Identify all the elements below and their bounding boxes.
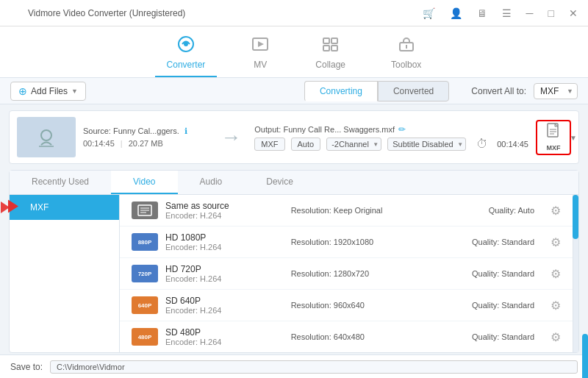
tab-toolbox-label: Toolbox bbox=[391, 60, 421, 70]
format-option-sd640[interactable]: 640P SD 640P Encoder: H.264 Resolution: … bbox=[120, 290, 573, 321]
convert-all-select[interactable]: MXF bbox=[534, 83, 578, 99]
add-files-button[interactable]: ⊕ Add Files ▼ bbox=[10, 82, 86, 101]
expand-arrow[interactable]: ▼ bbox=[574, 111, 578, 163]
minimize-button[interactable]: ─ bbox=[523, 6, 537, 21]
maximize-button[interactable]: □ bbox=[545, 6, 557, 21]
add-files-dropdown-icon[interactable]: ▼ bbox=[71, 88, 78, 95]
hd1080-badge: 880P bbox=[132, 233, 158, 251]
file-meta: 00:14:45 | 20.27 MB bbox=[83, 139, 207, 148]
tab-mv-label: MV bbox=[254, 60, 267, 70]
svg-point-10 bbox=[41, 130, 51, 140]
tab-converted[interactable]: Converted bbox=[378, 81, 449, 101]
hd720-encoder: Encoder: H.264 bbox=[165, 274, 284, 283]
format-button[interactable]: MXF bbox=[536, 120, 571, 155]
hd720-info: HD 720P Encoder: H.264 bbox=[165, 264, 284, 283]
tab-converting[interactable]: Converting bbox=[304, 81, 378, 101]
svg-point-1 bbox=[184, 42, 188, 46]
vertical-scrollbar[interactable] bbox=[582, 334, 588, 378]
toolbox-icon bbox=[397, 36, 416, 57]
file-info: Source: Funny Cal...ggers. ℹ 00:14:45 | … bbox=[83, 126, 207, 148]
sd480-res: Resolution: 640x480 bbox=[291, 332, 409, 341]
same-source-quality: Quality: Auto bbox=[416, 206, 534, 215]
screen-icon[interactable]: 🖥 bbox=[474, 6, 490, 21]
same-source-name: Same as source bbox=[165, 201, 284, 211]
same-source-gear-icon[interactable]: ⚙ bbox=[551, 204, 561, 218]
format-option-hd1080[interactable]: 880P HD 1080P Encoder: H.264 Resolution:… bbox=[120, 227, 573, 258]
format-tab-recently[interactable]: Recently Used bbox=[10, 171, 111, 194]
collage-icon bbox=[321, 36, 340, 57]
format-tabs: Recently Used Video Audio Device bbox=[10, 171, 578, 195]
hd720-badge: 720P bbox=[132, 265, 158, 282]
hd1080-quality: Quality: Standard bbox=[416, 238, 534, 246]
hd720-res: Resolution: 1280x720 bbox=[291, 269, 409, 278]
close-button[interactable]: ✕ bbox=[566, 6, 581, 21]
same-source-encoder: Encoder: H.264 bbox=[165, 211, 284, 220]
hd720-name: HD 720P bbox=[165, 264, 284, 274]
sd480-quality: Quality: Standard bbox=[416, 332, 534, 341]
file-output: Output: Funny Call Re... Swaggers.mxf ✏ … bbox=[254, 124, 528, 151]
file-row: Source: Funny Cal...ggers. ℹ 00:14:45 | … bbox=[9, 110, 579, 164]
format-option-hd720[interactable]: 720P HD 720P Encoder: H.264 Resolution: … bbox=[120, 258, 573, 290]
category-mxf[interactable]: MXF bbox=[10, 195, 119, 220]
sd640-name: SD 640P bbox=[165, 296, 284, 306]
user-icon[interactable]: 👤 bbox=[447, 6, 465, 21]
bottom-bar: Save to: C:\Vidmore\Vidmor bbox=[0, 354, 588, 378]
format-body: MXF Same as source bbox=[10, 195, 578, 352]
hd1080-info: HD 1080P Encoder: H.264 bbox=[165, 232, 284, 252]
title-bar: V Vidmore Video Converter (Unregistered)… bbox=[0, 0, 588, 26]
svg-marker-16 bbox=[8, 200, 18, 213]
format-tab-video[interactable]: Video bbox=[111, 171, 177, 194]
sub-toolbar: ⊕ Add Files ▼ Converting Converted Conve… bbox=[0, 78, 588, 104]
format-option-same-as-source[interactable]: Same as source Encoder: H.264 Resolution… bbox=[120, 195, 573, 227]
output-duration: 00:14:45 bbox=[497, 140, 528, 149]
same-source-res: Resolution: Keep Original bbox=[291, 206, 409, 215]
format-tab-device[interactable]: Device bbox=[244, 171, 315, 194]
main-content: Source: Funny Cal...ggers. ℹ 00:14:45 | … bbox=[0, 104, 588, 354]
sd480-gear-icon[interactable]: ⚙ bbox=[551, 330, 561, 344]
output-label: Output: Funny Call Re... Swaggers.mxf bbox=[254, 125, 395, 134]
duration: 00:14:45 bbox=[83, 139, 115, 148]
format-categories: MXF bbox=[10, 195, 120, 352]
format-panel: Recently Used Video Audio Device MXF bbox=[9, 170, 579, 353]
same-source-badge bbox=[132, 202, 158, 219]
subtitle-dropdown[interactable]: Subtitle Disabled bbox=[387, 138, 466, 151]
sd480-badge: 480P bbox=[132, 328, 158, 346]
category-arrow-row: MXF bbox=[10, 195, 119, 220]
title-bar-left: V Vidmore Video Converter (Unregistered) bbox=[7, 6, 185, 21]
sd480-info: SD 480P Encoder: H.264 bbox=[165, 327, 284, 346]
hd1080-res: Resolution: 1920x1080 bbox=[291, 238, 409, 246]
scroll-thumb[interactable] bbox=[573, 195, 578, 239]
sd480-encoder: Encoder: H.264 bbox=[165, 338, 284, 346]
source-label: Source: Funny Cal...ggers. bbox=[83, 126, 179, 135]
svg-rect-7 bbox=[331, 46, 337, 51]
format-tag: MXF bbox=[254, 138, 284, 151]
cart-icon[interactable]: 🛒 bbox=[420, 6, 438, 21]
channel-dropdown-wrap: -2Channel bbox=[326, 138, 381, 151]
menu-icon[interactable]: ☰ bbox=[499, 6, 514, 21]
format-tab-audio[interactable]: Audio bbox=[178, 171, 245, 194]
format-file-icon bbox=[545, 123, 562, 143]
clock-icon: ⏱ bbox=[476, 138, 488, 151]
scrollbar[interactable] bbox=[573, 195, 578, 352]
info-icon[interactable]: ℹ bbox=[184, 126, 187, 135]
sd640-res: Resolution: 960x640 bbox=[291, 301, 409, 310]
tab-collage[interactable]: Collage bbox=[304, 30, 357, 77]
tab-converter[interactable]: Converter bbox=[155, 30, 218, 77]
format-label: MXF bbox=[547, 144, 561, 151]
hd1080-gear-icon[interactable]: ⚙ bbox=[551, 235, 561, 249]
output-filename: Output: Funny Call Re... Swaggers.mxf ✏ bbox=[254, 124, 528, 135]
channel-dropdown[interactable]: -2Channel bbox=[326, 138, 381, 151]
file-source: Source: Funny Cal...ggers. ℹ bbox=[83, 126, 207, 136]
format-option-sd480[interactable]: 480P SD 480P Encoder: H.264 Resolution: … bbox=[120, 321, 573, 352]
title-bar-controls: 🛒 👤 🖥 ☰ ─ □ ✕ bbox=[420, 6, 581, 21]
output-settings: MXF Auto -2Channel Subtitle Disabled ⏱ 0… bbox=[254, 138, 528, 151]
sd640-gear-icon[interactable]: ⚙ bbox=[551, 299, 561, 313]
edit-icon[interactable]: ✏ bbox=[398, 124, 406, 135]
svg-marker-3 bbox=[258, 41, 264, 47]
hd720-gear-icon[interactable]: ⚙ bbox=[551, 267, 561, 281]
app-title: Vidmore Video Converter (Unregistered) bbox=[28, 8, 185, 18]
tab-toolbox[interactable]: Toolbox bbox=[379, 30, 433, 77]
tab-mv[interactable]: MV bbox=[239, 30, 282, 77]
format-options: Same as source Encoder: H.264 Resolution… bbox=[120, 195, 573, 352]
red-arrow-icon bbox=[8, 200, 24, 215]
